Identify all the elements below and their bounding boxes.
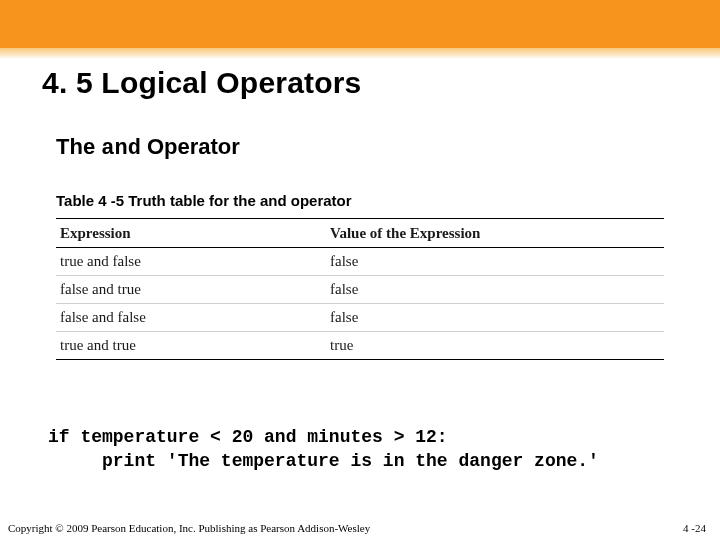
table-cell: true and true bbox=[56, 332, 326, 360]
table-row: false and false false bbox=[56, 304, 664, 332]
table-header-expression: Expression bbox=[56, 219, 326, 248]
slide-title: 4. 5 Logical Operators bbox=[42, 66, 362, 100]
table-caption: Table 4 -5 Truth table for the and opera… bbox=[56, 192, 352, 209]
table-row: true and true true bbox=[56, 332, 664, 360]
table-header-value: Value of the Expression bbox=[326, 219, 664, 248]
table-row: false and true false bbox=[56, 276, 664, 304]
table-cell: false and false bbox=[56, 304, 326, 332]
subtitle-suffix: Operator bbox=[141, 134, 240, 159]
table-cell: false bbox=[326, 304, 664, 332]
copyright-text: Copyright © 2009 Pearson Education, Inc.… bbox=[8, 522, 370, 534]
slide-subtitle: The and Operator bbox=[56, 134, 240, 161]
table-cell: false and true bbox=[56, 276, 326, 304]
table-cell: true and false bbox=[56, 248, 326, 276]
truth-table: Expression Value of the Expression true … bbox=[56, 218, 664, 360]
table-cell: false bbox=[326, 276, 664, 304]
header-orange-band bbox=[0, 0, 720, 48]
table-cell: false bbox=[326, 248, 664, 276]
table-cell: true bbox=[326, 332, 664, 360]
table-row: true and false false bbox=[56, 248, 664, 276]
table-header-row: Expression Value of the Expression bbox=[56, 219, 664, 248]
code-example: if temperature < 20 and minutes > 12: pr… bbox=[48, 425, 690, 474]
header-gradient-band bbox=[0, 48, 720, 59]
subtitle-prefix: The bbox=[56, 134, 101, 159]
subtitle-code: and bbox=[101, 136, 141, 161]
slide-number: 4 -24 bbox=[683, 522, 706, 534]
